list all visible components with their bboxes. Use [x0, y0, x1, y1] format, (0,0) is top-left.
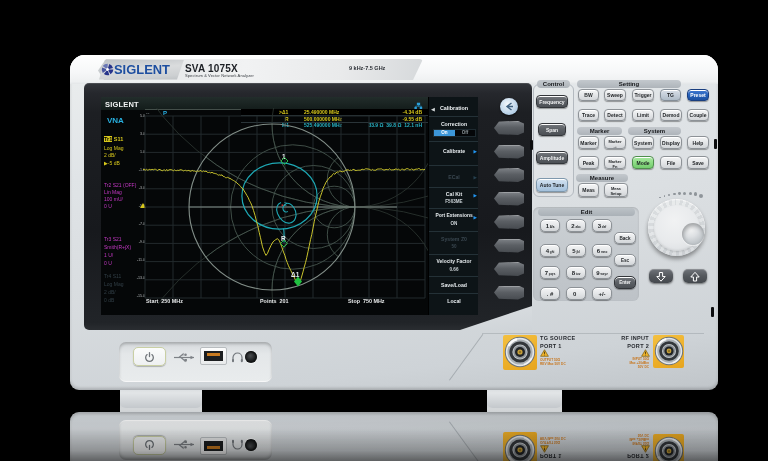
svg-text:Δ1: Δ1 — [291, 271, 300, 278]
svg-text:SIGLENT: SIGLENT — [114, 63, 171, 77]
svg-text:2: 2 — [284, 201, 287, 207]
